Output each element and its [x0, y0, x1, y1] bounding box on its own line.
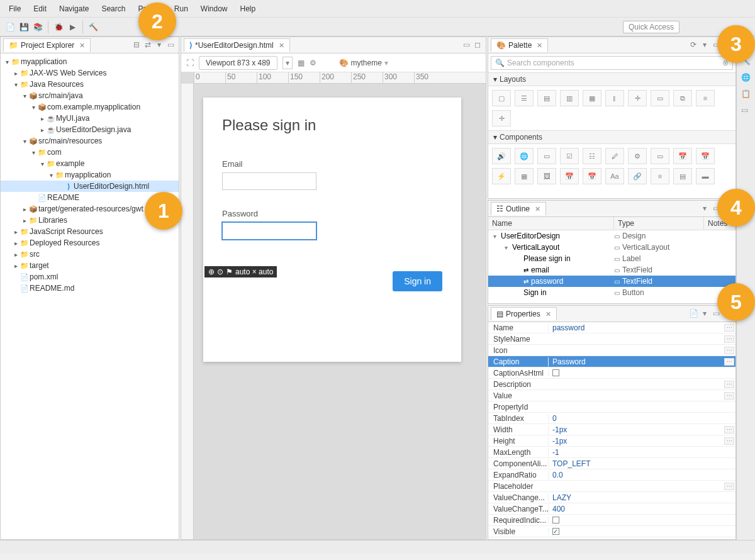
outline-row[interactable]: ▾UserEditorDesign▭ Design — [488, 230, 735, 242]
property-row[interactable]: ComponentAli...TOP_LEFT — [488, 458, 735, 469]
properties-tab[interactable]: ▤ Properties ✕ — [491, 307, 557, 320]
tree-item[interactable]: ▸📁Deployed Resources — [1, 237, 179, 249]
debug-icon[interactable]: 🐞 — [52, 21, 65, 33]
menu-edit[interactable]: Edit — [27, 2, 53, 16]
outline-row[interactable]: Please sign in▭ Label — [488, 253, 735, 264]
component-item[interactable]: ≡ — [651, 168, 669, 184]
close-icon[interactable]: ✕ — [537, 42, 542, 50]
property-row[interactable]: CaptionAsHtml — [488, 367, 735, 379]
view-menu-icon[interactable]: ▾ — [154, 40, 164, 50]
project-tree[interactable]: ▾📁myapplication▸📁JAX-WS Web Services▾📁Ja… — [1, 53, 179, 539]
component-item[interactable]: 📅 — [583, 168, 601, 184]
property-row[interactable]: Visible — [488, 526, 735, 537]
minimize-icon[interactable]: ▭ — [165, 40, 176, 50]
theme-selector[interactable]: 🎨 mytheme ▾ — [339, 59, 388, 67]
tree-item[interactable]: 📄README.md — [1, 283, 179, 294]
layout-item[interactable]: ✛ — [492, 110, 511, 126]
link-editor-icon[interactable]: ⇄ — [143, 40, 153, 50]
email-field[interactable] — [222, 172, 316, 190]
property-row[interactable]: Height-1px⋯ — [488, 435, 735, 447]
property-row[interactable]: Description⋯ — [488, 379, 735, 390]
grid-icon[interactable]: ▦ — [298, 59, 305, 67]
component-item[interactable]: ☑ — [560, 148, 579, 164]
properties-table[interactable]: Namepassword⋯StyleName⋯Icon⋯CaptionPassw… — [488, 322, 735, 539]
menu-search[interactable]: Search — [95, 2, 131, 16]
signin-button[interactable]: Sign in — [393, 271, 442, 291]
outline-row[interactable]: ▾VerticalLayout▭ VerticalLayout — [488, 242, 735, 253]
save-all-icon[interactable]: 📚 — [31, 21, 44, 33]
component-item[interactable]: 🔗 — [628, 168, 647, 184]
layout-item[interactable]: ▦ — [583, 90, 601, 106]
tree-item[interactable]: ▾📦src/main/java — [1, 90, 179, 101]
outline-row[interactable]: ⇄password▭ TextField — [488, 276, 735, 287]
palette-tab[interactable]: 🎨 Palette ✕ — [491, 38, 548, 52]
layout-item[interactable]: ≡ — [696, 90, 715, 106]
close-icon[interactable]: ✕ — [545, 310, 551, 318]
tree-item[interactable]: ▾📁myapplication — [1, 169, 179, 181]
component-item[interactable]: ▭ — [651, 148, 669, 164]
new-icon[interactable]: 📄 — [4, 21, 16, 33]
viewport-dropdown-icon[interactable]: ▾ — [282, 57, 293, 69]
quick-access[interactable]: Quick Access — [623, 21, 680, 33]
component-item[interactable]: 🌐 — [515, 148, 534, 164]
viewport-selector[interactable]: Viewport 873 x 489 — [199, 56, 277, 70]
component-item[interactable]: 📅 — [696, 148, 715, 164]
outline-row[interactable]: ⇄email▭ TextField — [488, 264, 735, 276]
tree-item[interactable]: ▾📁example — [1, 158, 179, 169]
design-canvas[interactable]: 050100150200250300350 Please sign in Ema… — [181, 72, 486, 539]
settings-icon[interactable]: ⚙ — [310, 59, 316, 67]
tree-item[interactable]: ▸☕MyUI.java — [1, 113, 179, 124]
component-item[interactable]: 🖼 — [537, 168, 556, 184]
menu-file[interactable]: File — [3, 2, 27, 16]
tree-item[interactable]: ▾📁com — [1, 147, 179, 158]
tree-item[interactable]: ▸📁src — [1, 249, 179, 260]
collapse-all-icon[interactable]: ⊟ — [131, 40, 142, 50]
component-item[interactable]: 🔊 — [492, 148, 511, 164]
component-item[interactable]: 🖉 — [605, 148, 624, 164]
palette-search[interactable]: 🔍 Search components ⊗ — [491, 56, 733, 70]
layout-item[interactable]: ⫿ — [605, 90, 624, 106]
outline-row[interactable]: Sign in▭ Button — [488, 287, 735, 298]
crop-icon[interactable]: ⛶ — [186, 59, 194, 67]
maximize-icon[interactable]: ◻ — [473, 40, 483, 50]
save-icon[interactable]: 💾 — [18, 21, 30, 33]
property-row[interactable]: Placeholder⋯ — [488, 481, 735, 492]
tree-item[interactable]: ▸📁target — [1, 260, 179, 271]
design-surface[interactable]: Please sign in Email Password ⊕⊙⚑auto × … — [203, 98, 461, 362]
component-item[interactable]: 📅 — [560, 168, 579, 184]
component-item[interactable]: ▬ — [696, 168, 715, 184]
property-row[interactable]: MaxLength-1 — [488, 447, 735, 458]
property-row[interactable]: Value⋯ — [488, 390, 735, 401]
perspective-icon[interactable]: 🌐 — [741, 73, 751, 83]
password-field[interactable] — [222, 222, 316, 240]
tree-item[interactable]: ▾📁Java Resources — [1, 79, 179, 90]
perspective-icon[interactable]: ▭ — [741, 106, 751, 116]
property-row[interactable]: PropertyId — [488, 401, 735, 413]
editor-tab[interactable]: ⟩ *UserEditorDesign.html ✕ — [184, 38, 290, 52]
outline-tab[interactable]: ☷ Outline ✕ — [491, 202, 546, 215]
tree-item[interactable]: ▾📦com.example.myapplication — [1, 101, 179, 113]
layouts-section[interactable]: ▾ Layouts — [488, 72, 735, 86]
component-item[interactable]: 📅 — [673, 148, 692, 164]
col-type[interactable]: Type — [614, 217, 704, 230]
tree-item[interactable]: ▸📁JavaScript Resources — [1, 226, 179, 237]
property-row[interactable]: StyleName⋯ — [488, 333, 735, 345]
tree-item[interactable]: ▸☕UserEditorDesign.java — [1, 124, 179, 135]
component-item[interactable]: ▦ — [515, 168, 534, 184]
property-row[interactable]: ValueChangeT...400 — [488, 503, 735, 515]
outline-tree[interactable]: ▾UserEditorDesign▭ Design▾VerticalLayout… — [488, 230, 735, 298]
property-row[interactable]: Namepassword⋯ — [488, 322, 735, 333]
minimize-icon[interactable]: ▭ — [461, 40, 471, 50]
project-explorer-tab[interactable]: 📁 Project Explorer ✕ — [3, 38, 91, 52]
component-item[interactable]: ⚙ — [628, 148, 647, 164]
property-row[interactable]: ValueChange...LAZY — [488, 492, 735, 503]
component-item[interactable]: ▤ — [673, 168, 692, 184]
property-row[interactable]: ExpandRatio0.0 — [488, 469, 735, 481]
view-menu-icon[interactable]: ▾ — [700, 40, 710, 50]
component-item[interactable]: ▭ — [537, 148, 556, 164]
tree-item[interactable]: 📄pom.xml — [1, 271, 179, 283]
tree-item[interactable]: ⟩UserEditorDesign.html — [1, 181, 179, 192]
menu-window[interactable]: Window — [194, 2, 234, 16]
view-menu-icon[interactable]: ▾ — [700, 309, 710, 319]
components-section[interactable]: ▾ Components — [488, 130, 735, 144]
